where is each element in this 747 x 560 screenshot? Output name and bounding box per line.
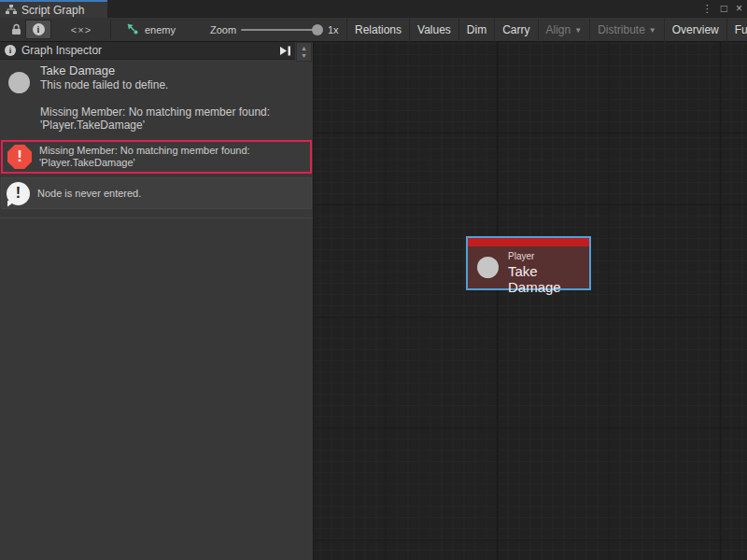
graph-inspector-panel: i Graph Inspector ▲ ▼ Take Damage This n… [0, 42, 313, 560]
panel-title: Graph Inspector [21, 44, 102, 57]
node-summary-subtitle: This node failed to define. [40, 78, 168, 91]
warning-message-box[interactable]: ! Node is never entered. [1, 177, 312, 209]
graph-canvas[interactable]: Player Take Damage [313, 42, 747, 560]
chevron-down-icon: ▼ [574, 19, 582, 42]
zoom-slider-track[interactable] [241, 29, 317, 31]
zoom-slider-handle[interactable] [312, 24, 323, 35]
tab-label: Script Graph [21, 4, 84, 17]
take-damage-node[interactable]: Player Take Damage [466, 236, 591, 290]
tab-script-graph[interactable]: Script Graph [0, 0, 107, 18]
node-summary-error-line2: 'Player.TakeDamage' [40, 119, 145, 132]
info-icon: i [33, 23, 45, 35]
node-type-icon [8, 72, 30, 93]
info-icon: i [5, 45, 16, 56]
dock-panel-icon[interactable] [279, 46, 291, 56]
zoom-value: 1x [328, 18, 339, 42]
graph-inspector-header: i Graph Inspector [0, 42, 295, 60]
panel-scroll-arrows[interactable]: ▲ ▼ [296, 42, 312, 62]
graph-tree-icon [6, 5, 17, 15]
relations-button[interactable]: Relations [346, 18, 409, 42]
close-icon[interactable]: × [736, 0, 742, 18]
panel-divider [0, 217, 313, 218]
lock-icon [11, 23, 21, 35]
full-screen-button[interactable]: Full Screen [726, 18, 747, 42]
toolbar-buttons: Relations Values Dim Carry Align▼ Distri… [346, 18, 747, 42]
node-unit-icon [477, 257, 499, 278]
title-bar: Script Graph ⋮ □ × [0, 0, 747, 18]
error-icon: ! [7, 145, 32, 169]
dim-button[interactable]: Dim [458, 18, 494, 42]
warning-icon: ! [7, 182, 30, 205]
node-summary-error-line1: Missing Member: No matching member found… [40, 105, 270, 119]
graph-reference[interactable]: enemy [127, 20, 176, 39]
align-dropdown[interactable]: Align▼ [538, 18, 590, 42]
values-button[interactable]: Values [409, 18, 458, 42]
code-icon: <×> [71, 24, 92, 35]
zoom-label: Zoom [210, 18, 236, 42]
menu-kebab-icon[interactable]: ⋮ [702, 0, 712, 18]
error-message-box[interactable]: ! Missing Member: No matching member fou… [1, 140, 312, 174]
node-body: Player Take Damage [468, 246, 589, 288]
node-target-label: Player [508, 251, 534, 261]
graph-pointer-icon [127, 23, 139, 35]
toolbar-separator [110, 20, 111, 39]
graph-reference-label: enemy [145, 24, 176, 35]
code-view-button[interactable]: <×> [67, 20, 95, 39]
error-message-text: Missing Member: No matching member found… [39, 145, 250, 169]
arrow-down-icon[interactable]: ▼ [301, 52, 307, 60]
node-error-header [468, 238, 589, 246]
chevron-down-icon: ▼ [649, 19, 656, 42]
warning-message-text: Node is never entered. [37, 188, 141, 200]
distribute-dropdown[interactable]: Distribute▼ [589, 18, 664, 42]
maximize-icon[interactable]: □ [721, 0, 727, 18]
lock-button[interactable] [6, 20, 26, 39]
node-summary-title: Take Damage [40, 63, 115, 77]
toolbar: i <×> enemy Zoom 1x Relations Values Dim… [0, 18, 747, 42]
carry-button[interactable]: Carry [494, 18, 537, 42]
window-controls: ⋮ □ × [702, 0, 742, 18]
arrow-up-icon[interactable]: ▲ [301, 45, 307, 52]
node-title-label: Take Damage [508, 263, 589, 295]
overview-button[interactable]: Overview [664, 18, 726, 42]
inspector-toggle-button[interactable]: i [25, 20, 51, 39]
